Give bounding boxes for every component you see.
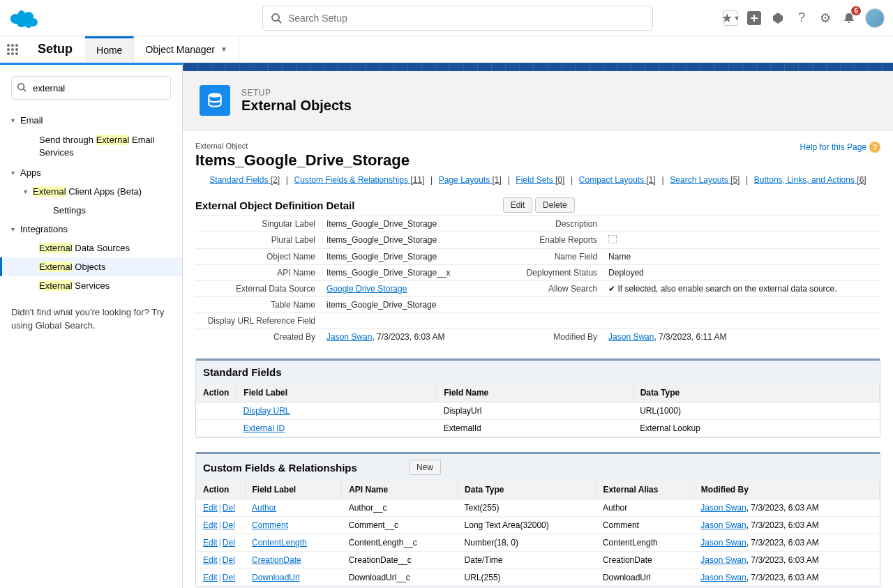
tree-label: External Data Sources bbox=[39, 243, 130, 253]
sidebar-item-settings[interactable]: Settings bbox=[0, 201, 182, 220]
created-stamp: , 7/3/2023, 6:03 AM bbox=[372, 332, 444, 342]
sidebar-item-external-services[interactable]: External Services bbox=[0, 276, 182, 295]
field-label-link[interactable]: CreationDate bbox=[252, 555, 301, 565]
help-question-icon: ? bbox=[869, 142, 880, 153]
field-label-link[interactable]: Display URL bbox=[243, 406, 290, 416]
svg-point-11 bbox=[15, 52, 18, 55]
modified-user-link[interactable]: Jason Swan bbox=[700, 555, 746, 565]
lbl-deploy: Deployment Status bbox=[477, 265, 603, 281]
svg-point-6 bbox=[7, 48, 10, 51]
edit-button[interactable]: Edit bbox=[503, 197, 533, 213]
help-link[interactable]: Help for this Page? bbox=[800, 142, 880, 153]
svg-point-0 bbox=[272, 14, 279, 21]
link-eds[interactable]: Google Drive Storage bbox=[327, 284, 407, 294]
external-alias: CreationDate bbox=[596, 552, 693, 569]
modified-stamp: , 7/3/2023, 6:03 AM bbox=[746, 555, 819, 565]
app-name: Setup bbox=[25, 36, 85, 62]
add-icon[interactable] bbox=[746, 10, 762, 26]
external-alias: DownloadUrl bbox=[596, 569, 693, 587]
th-external-alias: External Alias bbox=[596, 481, 693, 499]
lbl-eds: External Data Source bbox=[195, 281, 321, 297]
edit-link[interactable]: Edit bbox=[203, 503, 218, 513]
decorative-band bbox=[183, 63, 893, 71]
field-label-link[interactable]: Author bbox=[252, 503, 276, 513]
svg-point-10 bbox=[11, 52, 14, 55]
link-modified-user[interactable]: Jason Swan bbox=[608, 332, 654, 342]
modified-user-link[interactable]: Jason Swan bbox=[700, 573, 746, 582]
gear-icon[interactable]: ⚙ bbox=[818, 10, 833, 26]
th-field-label: Field Label bbox=[237, 384, 437, 402]
api-name: DownloadUrl__c bbox=[342, 569, 458, 587]
data-type: Text(255) bbox=[458, 499, 596, 517]
modified-user-link[interactable]: Jason Swan bbox=[700, 538, 746, 548]
api-name: Author__c bbox=[342, 499, 458, 517]
anchor-buttons-links[interactable]: Buttons, Links, and Actions [6] bbox=[754, 175, 866, 185]
delete-button[interactable]: Delete bbox=[535, 197, 575, 213]
data-type: URL(255) bbox=[458, 569, 596, 587]
th-data-type: Data Type bbox=[633, 384, 879, 402]
th-api-name: API Name bbox=[342, 481, 458, 499]
del-link[interactable]: Del bbox=[223, 573, 235, 582]
anchor-std-fields[interactable]: Standard Fields [2] bbox=[209, 175, 280, 185]
tab-object-manager[interactable]: Object Manager▼ bbox=[134, 36, 239, 62]
th-field-name: Field Name bbox=[437, 384, 633, 402]
lbl-enable-reports: Enable Reports bbox=[477, 232, 603, 249]
anchor-page-layouts[interactable]: Page Layouts [1] bbox=[439, 175, 502, 185]
app-launcher-icon[interactable] bbox=[0, 36, 25, 62]
setup-search-input[interactable] bbox=[11, 76, 171, 100]
del-link[interactable]: Del bbox=[223, 520, 235, 530]
data-type: Long Text Area(32000) bbox=[458, 517, 596, 534]
sidebar-item-send-external-email[interactable]: Send through External Email Services bbox=[0, 130, 182, 163]
tree-section-apps[interactable]: ▾Apps bbox=[0, 163, 182, 182]
edit-link[interactable]: Edit bbox=[203, 573, 218, 582]
tree-section-email[interactable]: ▾Email bbox=[0, 111, 182, 130]
salesforce-help-icon[interactable] bbox=[770, 10, 786, 26]
del-link[interactable]: Del bbox=[223, 538, 235, 548]
anchor-compact-layouts[interactable]: Compact Layouts [1] bbox=[579, 175, 656, 185]
anchor-search-layouts[interactable]: Search Layouts [5] bbox=[670, 175, 740, 185]
anchor-field-sets[interactable]: Field Sets [0] bbox=[516, 175, 564, 185]
edit-link[interactable]: Edit bbox=[203, 538, 218, 548]
sidebar-item-external-data-sources[interactable]: External Data Sources bbox=[0, 239, 182, 257]
field-label-link[interactable]: ContentLength bbox=[252, 538, 307, 548]
help-link-label: Help for this Page bbox=[800, 142, 866, 152]
modified-user-link[interactable]: Jason Swan bbox=[700, 520, 746, 530]
link-created-user[interactable]: Jason Swan bbox=[327, 332, 372, 342]
modified-stamp: , 7/3/2023, 6:03 AM bbox=[746, 503, 819, 513]
new-field-button[interactable]: New bbox=[409, 460, 441, 475]
table-row: Edit|DelCommentComment__cLong Text Area(… bbox=[196, 517, 880, 534]
favorites-button[interactable]: ★▼ bbox=[723, 10, 738, 26]
sidebar-item-external-objects[interactable]: External Objects bbox=[0, 257, 182, 276]
notifications-icon[interactable]: 6 bbox=[841, 10, 857, 26]
chevron-down-icon: ▼ bbox=[220, 45, 227, 53]
global-search-input[interactable] bbox=[262, 6, 653, 31]
svg-point-3 bbox=[7, 44, 10, 47]
field-label-link[interactable]: DownloadUrl bbox=[252, 573, 300, 582]
lbl-description: Description bbox=[477, 216, 603, 232]
svg-point-9 bbox=[7, 52, 10, 55]
tree-label: Settings bbox=[53, 205, 86, 216]
edit-link[interactable]: Edit bbox=[203, 555, 218, 565]
data-type: Date/Time bbox=[458, 552, 596, 569]
del-link[interactable]: Del bbox=[223, 555, 235, 565]
anchor-custom-fields[interactable]: Custom Fields & Relationships [11] bbox=[294, 175, 425, 185]
sidebar-item-external-client-apps[interactable]: ▾External Client Apps (Beta) bbox=[0, 182, 182, 201]
api-name: ContentLength__c bbox=[342, 534, 458, 552]
val-search-note: If selected, also enable search on the e… bbox=[617, 284, 836, 294]
field-label-link[interactable]: Comment bbox=[252, 520, 288, 530]
th-action: Action bbox=[196, 384, 237, 402]
search-icon bbox=[271, 13, 282, 26]
del-link[interactable]: Del bbox=[223, 503, 235, 513]
avatar[interactable] bbox=[865, 8, 885, 28]
svg-point-12 bbox=[18, 84, 24, 90]
help-icon[interactable]: ? bbox=[794, 10, 809, 26]
svg-line-13 bbox=[24, 89, 27, 92]
modified-user-link[interactable]: Jason Swan bbox=[700, 503, 746, 513]
field-name: DisplayUrl bbox=[437, 402, 633, 420]
edit-link[interactable]: Edit bbox=[203, 520, 218, 530]
svg-line-1 bbox=[278, 20, 281, 23]
tab-home[interactable]: Home bbox=[85, 36, 134, 62]
field-label-link[interactable]: External ID bbox=[243, 423, 285, 433]
page-eyebrow: SETUP bbox=[241, 88, 352, 98]
tree-section-integrations[interactable]: ▾Integrations bbox=[0, 220, 182, 239]
